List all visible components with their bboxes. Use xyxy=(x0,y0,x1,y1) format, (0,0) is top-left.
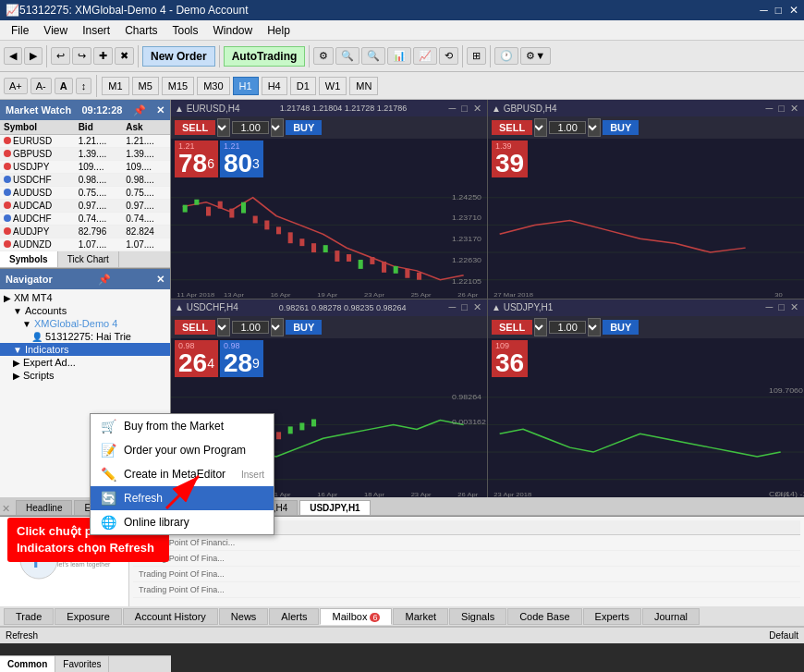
tab-signals[interactable]: Signals xyxy=(449,608,506,625)
market-watch-close[interactable]: ✕ xyxy=(156,104,164,116)
tf-m5[interactable]: M5 xyxy=(132,77,159,95)
tab-codebase[interactable]: Code Base xyxy=(507,608,581,625)
usdchf-buy-btn[interactable]: BUY xyxy=(286,320,322,335)
chart-usdchf-close[interactable]: ✕ xyxy=(471,301,483,313)
nav-item-demo4[interactable]: ▼ XMGlobal-Demo 4 xyxy=(0,317,170,330)
menu-window[interactable]: Window xyxy=(206,22,261,39)
tf-mn[interactable]: MN xyxy=(349,77,378,95)
tb-btn-2[interactable]: ▶ xyxy=(24,47,43,65)
chart-gbpusd-close[interactable]: ✕ xyxy=(788,103,800,115)
gbpusd-buy-btn[interactable]: BUY xyxy=(603,120,639,135)
chart-tab-headline[interactable]: Headline xyxy=(16,500,72,515)
tf-h1[interactable]: H1 xyxy=(233,77,259,95)
tb2-align[interactable]: ↕ xyxy=(76,78,92,94)
close-btn[interactable]: ✕ xyxy=(789,4,798,17)
tf-h4[interactable]: H4 xyxy=(262,77,287,95)
table-row[interactable]: AUDNZD1.07....1.07.... xyxy=(0,238,170,251)
tf-m30[interactable]: M30 xyxy=(197,77,229,95)
eurusd-buy-btn[interactable]: BUY xyxy=(286,120,322,135)
chart-usdjpy-body[interactable]: 109.7060 CCI(14) -10.9261 23 Apr 2018 24… xyxy=(488,379,804,498)
news-item-2[interactable]: Trading Point Of Fina... xyxy=(133,551,800,567)
menu-file[interactable]: File xyxy=(4,22,36,39)
usdchf-arrow-down[interactable]: ▼ xyxy=(217,318,230,336)
nav-item-scripts[interactable]: ▶ Scripts xyxy=(0,369,170,382)
tab-journal[interactable]: Journal xyxy=(642,608,700,625)
tb2-font-minus[interactable]: A- xyxy=(30,78,52,94)
chart-gbpusd-max[interactable]: □ xyxy=(776,103,786,115)
usdchf-sell-btn[interactable]: SELL xyxy=(175,320,215,335)
chart-usdjpy-min[interactable]: ─ xyxy=(764,301,775,313)
tf-w1[interactable]: W1 xyxy=(319,77,347,95)
tb-btn-10[interactable]: 📊 xyxy=(387,47,411,65)
chart-usdchf-max[interactable]: □ xyxy=(459,301,469,313)
tab-trade[interactable]: Trade xyxy=(4,608,54,625)
nav-item-expertad[interactable]: ▶ Expert Ad... xyxy=(0,356,170,369)
news-item-4[interactable]: Trading Point Of Fina... xyxy=(133,582,800,598)
tab-tick-chart[interactable]: Tick Chart xyxy=(58,251,119,267)
navigator-close[interactable]: ✕ xyxy=(156,274,164,286)
chart-eurusd-body[interactable]: 1.24250 1.23710 1.23170 1.22630 1.22105 … xyxy=(171,179,487,299)
eurusd-sell-btn[interactable]: SELL xyxy=(175,120,215,135)
chart-eurusd-max[interactable]: □ xyxy=(459,103,469,115)
tab-alerts[interactable]: Alerts xyxy=(269,608,319,625)
gbpusd-arrow-up[interactable]: ▲ xyxy=(588,118,601,137)
menu-view[interactable]: View xyxy=(36,22,75,39)
tb2-bold[interactable]: A xyxy=(55,78,73,94)
usdjpy-arrow-up[interactable]: ▲ xyxy=(588,318,601,336)
eurusd-lot-input[interactable] xyxy=(232,121,269,134)
tb-btn-1[interactable]: ◀ xyxy=(4,47,22,65)
table-row[interactable]: USDCHF0.98....0.98.... xyxy=(0,174,170,187)
usdjpy-arrow-down[interactable]: ▼ xyxy=(534,318,547,336)
tb-btn-9[interactable]: 🔍 xyxy=(361,47,385,65)
eurusd-arrow-down[interactable]: ▼ xyxy=(217,118,230,137)
chart-usdchf-min[interactable]: ─ xyxy=(447,301,458,313)
tab-account-history[interactable]: Account History xyxy=(123,608,218,625)
chart-eurusd-close[interactable]: ✕ xyxy=(471,103,483,115)
menu-charts[interactable]: Charts xyxy=(117,22,164,39)
tab-news[interactable]: News xyxy=(219,608,269,625)
new-order-button[interactable]: New Order xyxy=(142,46,215,67)
tab-mailbox[interactable]: Mailbox 6 xyxy=(320,608,392,625)
tf-m1[interactable]: M1 xyxy=(102,77,128,95)
nav-item-mt4[interactable]: ▶ XM MT4 xyxy=(0,291,170,304)
maximize-btn[interactable]: □ xyxy=(775,4,782,17)
tab-market[interactable]: Market xyxy=(393,608,448,625)
menu-insert[interactable]: Insert xyxy=(75,22,117,39)
tab-symbols[interactable]: Symbols xyxy=(0,251,58,267)
nav-item-account[interactable]: 👤 51312275: Hai Trie xyxy=(0,330,170,343)
ctx-order-program[interactable]: 📝 Order your own Program xyxy=(91,438,274,462)
tab-exposure[interactable]: Exposure xyxy=(55,608,121,625)
menu-help[interactable]: Help xyxy=(260,22,298,39)
nav-item-accounts[interactable]: ▼ Accounts xyxy=(0,304,170,317)
table-row[interactable]: AUDCHF0.74....0.74.... xyxy=(0,213,170,226)
news-item-3[interactable]: Trading Point Of Fina... xyxy=(133,567,800,582)
tb-btn-11[interactable]: 📈 xyxy=(413,47,437,65)
autotrading-button[interactable]: AutoTrading xyxy=(224,46,306,67)
eurusd-arrow-up[interactable]: ▲ xyxy=(271,118,284,137)
table-row[interactable]: USDJPY109....109.... xyxy=(0,161,170,174)
chart-tab-usdjpy[interactable]: USDJPY,H1 xyxy=(299,500,370,515)
gbpusd-sell-btn[interactable]: SELL xyxy=(492,120,532,135)
menu-tools[interactable]: Tools xyxy=(165,22,206,39)
tb-btn-13[interactable]: ⊞ xyxy=(467,47,486,65)
news-item-1[interactable]: Trading Point Of Financi... xyxy=(133,535,800,551)
ctx-buy-from-market[interactable]: 🛒 Buy from the Market xyxy=(91,414,274,438)
usdchf-lot-input[interactable] xyxy=(232,321,269,334)
minimize-btn[interactable]: ─ xyxy=(760,4,768,17)
table-row[interactable]: AUDUSD0.75....0.75.... xyxy=(0,187,170,200)
gbpusd-lot-input[interactable] xyxy=(549,121,586,134)
tb-btn-8[interactable]: 🔍 xyxy=(335,47,359,65)
tb-clock[interactable]: 🕐 xyxy=(494,47,518,65)
tb-btn-3[interactable]: ↩ xyxy=(51,47,70,65)
gbpusd-arrow-down[interactable]: ▼ xyxy=(534,118,547,137)
table-row[interactable]: GBPUSD1.39....1.39.... xyxy=(0,148,170,161)
chart-usdjpy-max[interactable]: □ xyxy=(776,301,786,313)
usdjpy-lot-input[interactable] xyxy=(549,321,586,334)
navigator-pin[interactable]: 📌 xyxy=(98,274,111,286)
market-watch-pin[interactable]: 📌 xyxy=(133,104,146,116)
chart-gbpusd-body[interactable]: 27 Mar 2018 30 xyxy=(488,179,804,299)
chart-usdjpy-close[interactable]: ✕ xyxy=(788,301,800,313)
tb2-font[interactable]: A+ xyxy=(4,78,28,94)
tab-experts[interactable]: Experts xyxy=(583,608,641,625)
tf-d1[interactable]: D1 xyxy=(290,77,316,95)
